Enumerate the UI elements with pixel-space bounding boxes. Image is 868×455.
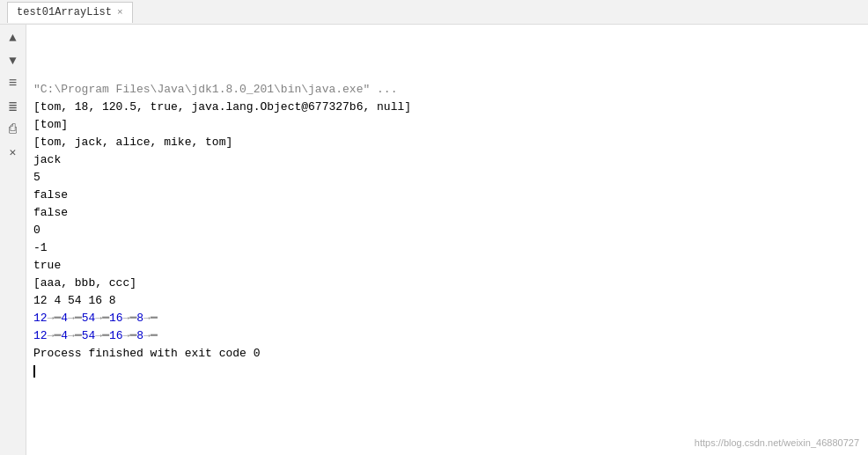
title-tab[interactable]: test01ArrayList × — [7, 2, 133, 23]
sort-button[interactable]: ≡ — [4, 74, 23, 93]
sort-desc-button[interactable]: ≣ — [4, 97, 23, 116]
tab-label: test01ArrayList — [17, 6, 112, 18]
output-line: true — [33, 257, 861, 275]
content-area: "C:\Program Files\Java\jdk1.8.0_201\bin\… — [26, 25, 868, 455]
text-cursor — [33, 365, 35, 378]
output-line: 12→━4→━54→━16→━8→━ — [33, 327, 861, 345]
watermark: https://blog.csdn.net/weixin_46880727 — [695, 437, 859, 448]
scroll-up-button[interactable]: ▲ — [4, 28, 23, 48]
output-line: [tom] — [33, 116, 861, 134]
output-line: [tom, jack, alice, mike, tom] — [33, 134, 861, 151]
output-line: 12 4 54 16 8 — [33, 292, 861, 310]
scroll-down-button[interactable]: ▼ — [4, 51, 23, 70]
print-button[interactable]: ⎙ — [4, 120, 23, 139]
output-line: false — [33, 204, 861, 222]
title-bar: test01ArrayList × — [0, 0, 868, 25]
output-line: [tom, 18, 120.5, true, java.lang.Object@… — [33, 99, 861, 116]
output-panel[interactable]: "C:\Program Files\Java\jdk1.8.0_201\bin\… — [26, 25, 868, 455]
output-line: Process finished with exit code 0 — [33, 345, 861, 363]
output-line: false — [33, 187, 861, 204]
main-container: ▲ ▼ ≡ ≣ ⎙ ✕ "C:\Program Files\Java\jdk1.… — [0, 25, 868, 455]
left-toolbar: ▲ ▼ ≡ ≣ ⎙ ✕ — [0, 25, 26, 455]
close-tab-button[interactable]: × — [117, 7, 123, 18]
output-line: 5 — [33, 169, 861, 187]
output-line — [33, 363, 861, 380]
output-line: -1 — [33, 239, 861, 257]
output-line: 12→━4→━54→━16→━8→━ — [33, 310, 861, 327]
output-line: 0 — [33, 222, 861, 239]
delete-button[interactable]: ✕ — [4, 143, 23, 162]
output-line: "C:\Program Files\Java\jdk1.8.0_201\bin\… — [33, 81, 861, 99]
output-line: jack — [33, 151, 861, 169]
output-line: [aaa, bbb, ccc] — [33, 275, 861, 292]
